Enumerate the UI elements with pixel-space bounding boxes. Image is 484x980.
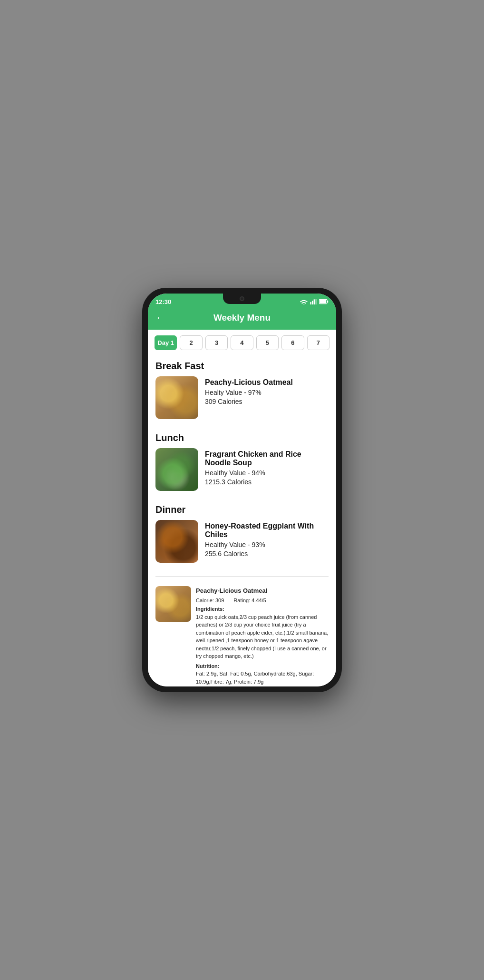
app-header: ← Weekly Menu — [148, 308, 336, 330]
svg-rect-6 — [319, 300, 326, 304]
day-tabs: Day 1 2 3 4 5 6 7 — [148, 330, 336, 356]
day-tab-7[interactable]: 7 — [307, 335, 329, 350]
status-time: 12:30 — [155, 298, 171, 305]
dinner-calories: 255.6 Calories — [205, 550, 329, 558]
lunch-item[interactable]: Fragrant Chicken and Rice Noodle Soup He… — [155, 448, 329, 491]
lunch-calories: 1215.3 Calories — [205, 478, 329, 486]
breakfast-name: Peachy-Licious Oatmeal — [205, 378, 329, 387]
lunch-section: Lunch Fragrant Chicken and Rice Noodle S… — [148, 428, 336, 500]
dinner-name: Honey-Roasted Eggplant With Chiles — [205, 522, 329, 539]
recipe-detail-title: Peachy-Licious Oatmeal — [196, 586, 329, 596]
breakfast-healthy: Healty Value - 97% — [205, 389, 329, 396]
day-tab-5[interactable]: 5 — [256, 335, 279, 350]
dinner-section: Dinner Honey-Roasted Eggplant With Chile… — [148, 500, 336, 571]
dinner-item[interactable]: Honey-Roasted Eggplant With Chiles Healt… — [155, 520, 329, 563]
breakfast-info: Peachy-Licious Oatmeal Healty Value - 97… — [205, 376, 329, 405]
phone-frame: 12:30 — [142, 288, 342, 692]
recipe-detail-text: Peachy-Licious Oatmeal Calorie: 309 Rati… — [196, 586, 329, 686]
back-button[interactable]: ← — [155, 312, 166, 324]
breakfast-calories: 309 Calories — [205, 398, 329, 405]
dinner-healthy: Healthy Value - 93% — [205, 541, 329, 549]
svg-rect-1 — [312, 301, 313, 304]
lunch-name: Fragrant Chicken and Rice Noodle Soup — [205, 450, 329, 467]
recipe-ingredients-text: 1/2 cup quick oats,2/3 cup peach juice (… — [196, 613, 329, 660]
svg-rect-0 — [310, 302, 311, 304]
day-tab-1[interactable]: Day 1 — [155, 335, 177, 350]
svg-rect-5 — [327, 301, 328, 303]
recipe-calorie: Calorie: 309 — [196, 597, 224, 605]
camera — [240, 296, 244, 301]
battery-icon — [319, 299, 329, 304]
day-tab-4[interactable]: 4 — [231, 335, 253, 350]
breakfast-title: Break Fast — [155, 361, 329, 372]
status-icons — [300, 299, 329, 304]
phone-notch — [223, 294, 261, 304]
main-content: Day 1 2 3 4 5 6 7 Break Fast Peachy-Lici… — [148, 330, 336, 686]
day-tab-3[interactable]: 3 — [205, 335, 228, 350]
recipe-nutrition-label: Nutrition: — [196, 662, 329, 670]
breakfast-section: Break Fast Peachy-Licious Oatmeal Healty… — [148, 356, 336, 428]
lunch-healthy: Healthy Value - 94% — [205, 469, 329, 477]
recipe-detail-image — [155, 586, 191, 622]
signal-icon — [310, 299, 317, 304]
recipe-detail-card: Peachy-Licious Oatmeal Calorie: 309 Rati… — [148, 581, 336, 686]
breakfast-image — [155, 376, 198, 419]
day-tab-6[interactable]: 6 — [281, 335, 304, 350]
day-tab-2[interactable]: 2 — [180, 335, 202, 350]
lunch-info: Fragrant Chicken and Rice Noodle Soup He… — [205, 448, 329, 486]
dinner-title: Dinner — [155, 504, 329, 515]
recipe-calorie-row: Calorie: 309 Rating: 4.44/5 — [196, 597, 329, 605]
svg-rect-3 — [315, 299, 317, 304]
breakfast-item[interactable]: Peachy-Licious Oatmeal Healty Value - 97… — [155, 376, 329, 419]
phone-screen: 12:30 — [148, 294, 336, 686]
recipe-rating: Rating: 4.44/5 — [233, 597, 266, 605]
recipe-ingredients-label: Ingridients: — [196, 605, 329, 613]
wifi-icon — [300, 299, 308, 304]
recipe-nutrition-text: Fat: 2.9g, Sat. Fat: 0.5g, Carbohydrate:… — [196, 670, 329, 686]
dinner-info: Honey-Roasted Eggplant With Chiles Healt… — [205, 520, 329, 558]
svg-rect-2 — [314, 299, 315, 304]
lunch-image — [155, 448, 198, 491]
lunch-title: Lunch — [155, 432, 329, 443]
dinner-image — [155, 520, 198, 563]
header-title: Weekly Menu — [213, 313, 271, 323]
section-divider — [155, 576, 329, 577]
